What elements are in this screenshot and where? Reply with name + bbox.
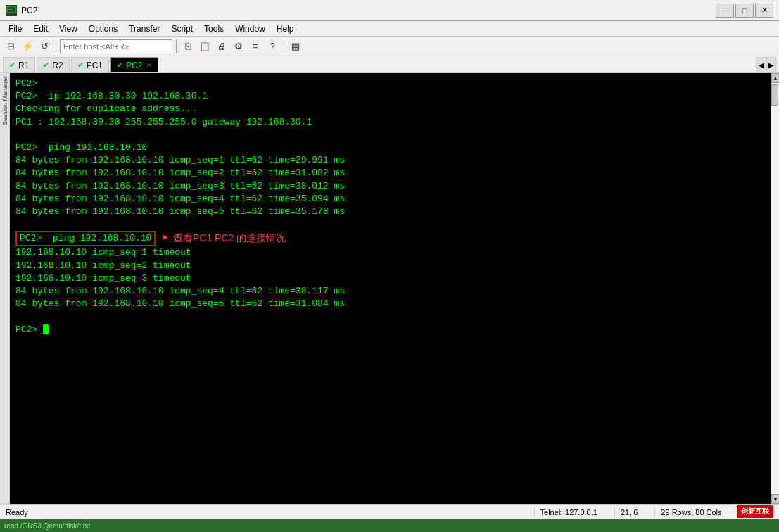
tab-r1-check: ✔ <box>9 61 15 70</box>
toolbar-sftp-btn[interactable]: ≡ <box>248 39 263 54</box>
session-manager-label: Session Manager <box>1 73 8 128</box>
terminal-line-2: PC2> ip 192.168.30.30 192.168.30.1 <box>15 90 765 103</box>
tab-bar: ✔ R1 ✔ R2 ✔ PC1 ✔ PC2 ✕ ◀ ▶ <box>0 56 779 73</box>
terminal-line-4: PC1 : 192.168.30.30 255.255.255.0 gatewa… <box>15 116 765 129</box>
scroll-track[interactable] <box>771 83 779 494</box>
tab-pc2-label: PC2 <box>126 61 142 70</box>
annotation-text: 查看PC1 PC2 的连接情况 <box>173 232 286 245</box>
annotation-arrow-icon: ➤ <box>161 232 169 245</box>
menu-help[interactable]: Help <box>271 23 300 35</box>
toolbar-reconnect-btn[interactable]: ↺ <box>37 39 52 54</box>
maximize-button[interactable]: □ <box>735 4 754 18</box>
terminal-line-14: 192.168.10.10 icmp_seq=1 timeout <box>15 246 765 259</box>
terminal-line-18: 84 bytes from 192.168.10.10 icmp_seq=5 t… <box>15 298 765 310</box>
tab-pc1-label: PC1 <box>87 61 103 70</box>
toolbar-keypad-btn[interactable]: ▦ <box>288 39 303 54</box>
terminal-line-6: PC2> ping 192.168.10.10 <box>15 141 765 154</box>
main-area: Session Manager PC2> PC2> ip 192.168.30.… <box>0 73 779 504</box>
terminal-line-10: 84 bytes from 192.168.10.10 icmp_seq=4 t… <box>15 193 765 205</box>
menu-window[interactable]: Window <box>229 23 271 35</box>
terminal-line-19 <box>15 310 765 323</box>
window-title: PC2 <box>21 6 716 15</box>
menu-script[interactable]: Script <box>165 23 198 35</box>
toolbar-print-btn[interactable]: 🖨 <box>214 39 229 54</box>
tab-pc1-check: ✔ <box>77 61 84 70</box>
status-ready: Ready <box>6 508 523 517</box>
host-input[interactable] <box>60 39 172 53</box>
title-bar: PC2 ─ □ ✕ <box>0 0 779 21</box>
status-bar: Ready Telnet: 127.0.0.1 21, 6 29 Rows, 8… <box>0 504 779 519</box>
terminal-line-12 <box>15 218 765 231</box>
tab-r1[interactable]: ✔ R1 <box>3 57 35 72</box>
tab-r2[interactable]: ✔ R2 <box>37 57 69 72</box>
terminal-line-15: 192.168.10.10 icmp_seq=2 timeout <box>15 260 765 272</box>
terminal-line-8: 84 bytes from 192.168.10.10 icmp_seq=2 t… <box>15 167 765 179</box>
status-connection: Telnet: 127.0.0.1 <box>534 508 603 517</box>
status-size: 29 Rows, 80 Cols <box>654 508 727 517</box>
toolbar-disconnect-btn[interactable]: ⚡ <box>20 39 35 54</box>
session-manager-sidebar[interactable]: Session Manager <box>0 73 10 504</box>
tab-pc2-close[interactable]: ✕ <box>146 61 152 69</box>
annotated-command-box: PC2> ping 192.168.10.10 <box>15 231 156 246</box>
menu-transfer[interactable]: Transfer <box>123 23 165 35</box>
menu-options[interactable]: Options <box>83 23 123 35</box>
tab-nav-next[interactable]: ▶ <box>766 57 776 72</box>
scroll-up-button[interactable]: ▲ <box>771 73 779 83</box>
terminal-line-1: PC2> <box>15 77 765 90</box>
scroll-down-button[interactable]: ▼ <box>771 494 779 504</box>
terminal-line-17: 84 bytes from 192.168.10.10 icmp_seq=4 t… <box>15 285 765 298</box>
toolbar-settings-btn[interactable]: ⚙ <box>231 39 246 54</box>
minimize-button[interactable]: ─ <box>716 4 734 18</box>
toolbar-separator-1 <box>56 40 56 53</box>
tab-r2-check: ✔ <box>43 61 49 70</box>
svg-rect-2 <box>8 9 13 10</box>
toolbar-new-btn[interactable]: ⊞ <box>3 39 18 54</box>
tab-r2-label: R2 <box>52 61 63 70</box>
menu-tools[interactable]: Tools <box>198 23 229 35</box>
app-icon <box>6 5 17 16</box>
terminal-cursor <box>43 324 49 334</box>
terminal-line-7: 84 bytes from 192.168.10.10 icmp_seq=1 t… <box>15 154 765 167</box>
terminal-line-13: PC2> ping 192.168.10.10 <box>20 233 151 243</box>
terminal-line-5 <box>15 129 765 141</box>
svg-rect-1 <box>8 8 11 8</box>
toolbar: ⊞ ⚡ ↺ ⎘ 📋 🖨 ⚙ ≡ ? ▦ <box>0 37 779 56</box>
status-position: 21, 6 <box>614 508 643 517</box>
tab-pc1[interactable]: ✔ PC1 <box>71 57 109 72</box>
tab-pc2-check: ✔ <box>117 61 123 70</box>
annotated-line-container: PC2> ping 192.168.10.10 ➤ 查看PC1 PC2 的连接情… <box>15 231 765 246</box>
menu-bar: File Edit View Options Transfer Script T… <box>0 21 779 37</box>
terminal-line-11: 84 bytes from 192.168.10.10 icmp_seq=5 t… <box>15 205 765 218</box>
scroll-thumb[interactable] <box>771 84 778 106</box>
bottom-bar-text: read /GNS3 Qemu/disk/t.txt <box>4 522 90 530</box>
terminal[interactable]: PC2> PC2> ip 192.168.30.30 192.168.30.1 … <box>10 73 771 504</box>
menu-file[interactable]: File <box>3 23 27 35</box>
terminal-line-16: 192.168.10.10 icmp_seq=3 timeout <box>15 272 765 285</box>
tab-r1-label: R1 <box>18 61 29 70</box>
toolbar-help-btn[interactable]: ? <box>265 39 280 54</box>
terminal-prompt-line[interactable]: PC2> <box>15 324 765 336</box>
toolbar-paste-btn[interactable]: 📋 <box>197 39 213 54</box>
tab-nav-prev[interactable]: ◀ <box>756 57 766 72</box>
watermark: 创新互联 <box>737 505 773 518</box>
bottom-bar: read /GNS3 Qemu/disk/t.txt <box>0 519 779 532</box>
toolbar-separator-3 <box>284 40 284 53</box>
tab-pc2[interactable]: ✔ PC2 ✕ <box>110 57 158 72</box>
window-controls: ─ □ ✕ <box>716 4 773 18</box>
terminal-line-3: Checking for duplicate address... <box>15 103 765 115</box>
terminal-line-9: 84 bytes from 192.168.10.10 icmp_seq=3 t… <box>15 180 765 193</box>
menu-edit[interactable]: Edit <box>27 23 53 35</box>
toolbar-separator-2 <box>176 40 177 53</box>
toolbar-copy-btn[interactable]: ⎘ <box>180 39 196 54</box>
close-button[interactable]: ✕ <box>755 4 773 18</box>
menu-view[interactable]: View <box>53 23 83 35</box>
terminal-scrollbar[interactable]: ▲ ▼ <box>771 73 779 504</box>
